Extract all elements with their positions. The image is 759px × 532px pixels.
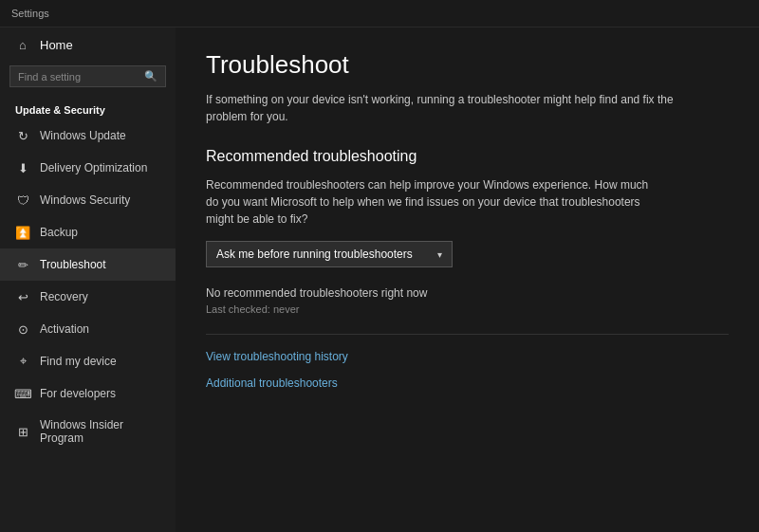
recommended-section-desc: Recommended troubleshooters can help imp… <box>206 176 661 228</box>
sidebar-item-label: Backup <box>40 226 78 239</box>
for-developers-icon: ⌨ <box>15 386 30 401</box>
sidebar-item-windows-update[interactable]: ↻ Windows Update <box>0 119 176 152</box>
search-icon: 🔍 <box>144 70 157 83</box>
sidebar-item-label: Activation <box>40 322 89 336</box>
sidebar-item-label: Windows Update <box>40 129 126 142</box>
windows-insider-icon: ⊞ <box>15 424 30 439</box>
sidebar-item-for-developers[interactable]: ⌨ For developers <box>0 377 176 410</box>
page-subtitle: If something on your device isn't workin… <box>206 91 680 125</box>
find-my-device-icon: ⌖ <box>15 354 30 369</box>
content-area: Troubleshoot If something on your device… <box>176 28 759 532</box>
status-text: No recommended troubleshooters right now <box>206 286 729 300</box>
sidebar-item-delivery-optimization[interactable]: ⬇ Delivery Optimization <box>0 152 176 184</box>
recovery-icon: ↩ <box>15 289 30 304</box>
windows-security-icon: 🛡 <box>15 193 30 208</box>
additional-troubleshooters-link[interactable]: Additional troubleshooters <box>206 376 729 390</box>
sidebar-item-windows-insider[interactable]: ⊞ Windows Insider Program <box>0 410 176 453</box>
sidebar-item-windows-security[interactable]: 🛡 Windows Security <box>0 184 176 216</box>
sidebar-item-label: Troubleshoot <box>40 258 106 271</box>
sidebar-item-label: Windows Security <box>40 193 130 207</box>
title-bar: Settings <box>0 0 759 28</box>
troubleshoot-icon: ✏ <box>15 257 30 272</box>
troubleshoot-dropdown[interactable]: Ask me before running troubleshooters ▾ <box>206 241 453 267</box>
last-checked-text: Last checked: never <box>206 303 729 315</box>
chevron-down-icon: ▾ <box>437 249 442 260</box>
sidebar-home-label: Home <box>40 38 73 52</box>
title-bar-label: Settings <box>11 8 49 19</box>
sidebar-item-label: Windows Insider Program <box>40 418 160 445</box>
sidebar-item-find-my-device[interactable]: ⌖ Find my device <box>0 345 176 377</box>
divider <box>206 334 729 335</box>
view-history-link[interactable]: View troubleshooting history <box>206 350 729 363</box>
delivery-optimization-icon: ⬇ <box>15 160 30 175</box>
sidebar-item-activation[interactable]: ⊙ Activation <box>0 313 176 345</box>
windows-update-icon: ↻ <box>15 128 30 143</box>
activation-icon: ⊙ <box>15 321 30 337</box>
sidebar-item-label: For developers <box>40 387 116 400</box>
sidebar: ⌂ Home 🔍 Update & Security ↻ Windows Upd… <box>0 28 176 532</box>
sidebar-item-label: Recovery <box>40 290 88 303</box>
sidebar-item-backup[interactable]: ⏫ Backup <box>0 216 176 248</box>
backup-icon: ⏫ <box>15 225 30 240</box>
sidebar-item-troubleshoot[interactable]: ✏ Troubleshoot <box>0 248 176 281</box>
sidebar-search-box[interactable]: 🔍 <box>9 65 166 87</box>
sidebar-item-home[interactable]: ⌂ Home <box>0 28 176 62</box>
dropdown-value: Ask me before running troubleshooters <box>216 248 413 261</box>
sidebar-item-label: Find my device <box>40 355 117 368</box>
dropdown-container: Ask me before running troubleshooters ▾ <box>206 241 729 267</box>
sidebar-item-recovery[interactable]: ↩ Recovery <box>0 281 176 313</box>
page-title: Troubleshoot <box>206 50 729 80</box>
search-input[interactable] <box>18 71 140 83</box>
sidebar-item-label: Delivery Optimization <box>40 161 147 174</box>
recommended-section-title: Recommended troubleshooting <box>206 148 729 165</box>
main-layout: ⌂ Home 🔍 Update & Security ↻ Windows Upd… <box>0 28 759 532</box>
home-icon: ⌂ <box>15 37 30 52</box>
sidebar-section-label: Update & Security <box>0 97 176 119</box>
